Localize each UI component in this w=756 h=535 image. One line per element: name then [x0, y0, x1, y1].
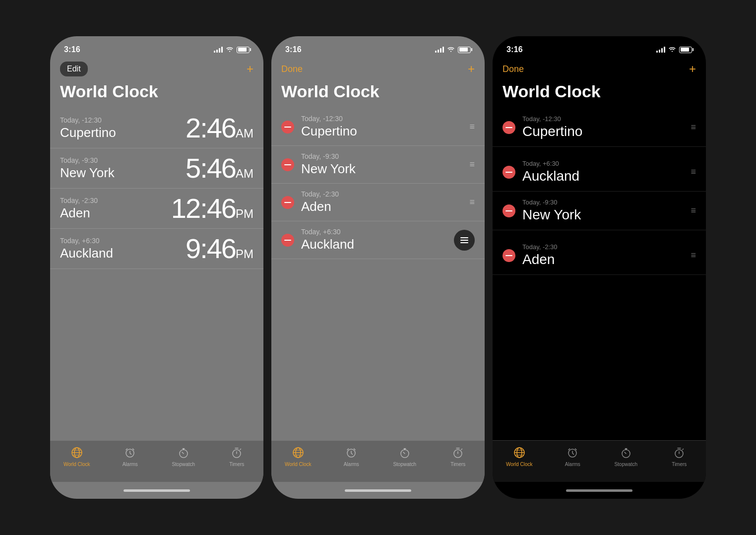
timer-icon-1 — [230, 446, 244, 460]
status-bar-3: 3:16 — [493, 36, 706, 58]
phone-2: 3:16 Done + World Clock — [271, 36, 485, 499]
tab-label-world-clock-2: World Clock — [285, 462, 312, 467]
reorder-cupertino-3[interactable]: ≡ — [691, 122, 696, 133]
delete-aden-3[interactable] — [503, 249, 515, 262]
alarm-icon-1 — [123, 446, 137, 460]
delete-auckland-3[interactable] — [503, 166, 515, 179]
status-bar-2: 3:16 — [271, 36, 485, 58]
clock-item-auckland-1: Today, +6:30 Auckland 9:46PM — [50, 229, 263, 269]
status-time-3: 3:16 — [506, 45, 523, 54]
globe-icon-1 — [70, 446, 84, 460]
tab-stopwatch-1[interactable]: Stopwatch — [157, 446, 210, 467]
edit-button-1[interactable]: Edit — [60, 62, 88, 76]
tab-timers-1[interactable]: Timers — [210, 446, 264, 467]
city-auckland-3: Auckland — [522, 168, 685, 184]
timer-icon-3 — [672, 446, 686, 460]
tab-world-clock-3[interactable]: World Clock — [493, 446, 546, 467]
tab-label-alarms-1: Alarms — [123, 462, 138, 467]
status-time-2: 3:16 — [285, 45, 302, 54]
battery-icon-3 — [679, 47, 692, 53]
tab-stopwatch-2[interactable]: Stopwatch — [378, 446, 432, 467]
tab-label-alarms-3: Alarms — [565, 462, 580, 467]
reorder-newyork-3[interactable]: ≡ — [691, 205, 696, 216]
clock-item-newyork-2: Today, -9:30 New York ≡ — [271, 146, 485, 184]
tab-timers-3[interactable]: Timers — [653, 446, 706, 467]
header-3: Done + — [493, 58, 706, 80]
add-button-1[interactable]: + — [247, 62, 253, 76]
status-icons-1 — [214, 46, 250, 54]
status-bar-1: 3:16 — [50, 36, 263, 58]
delete-newyork-2[interactable] — [281, 158, 294, 171]
tab-bar-3: World Clock Alarms — [493, 440, 706, 482]
tab-stopwatch-3[interactable]: Stopwatch — [599, 446, 653, 467]
add-button-3[interactable]: + — [689, 62, 696, 76]
tab-alarms-1[interactable]: Alarms — [104, 446, 157, 467]
clock-item-auckland-3: Today, +6:30 Auckland ≡ — [493, 153, 706, 192]
drag-handle-auckland-2[interactable] — [454, 230, 475, 251]
city-aden-3: Aden — [522, 252, 685, 268]
spacer-1 — [493, 147, 706, 153]
tab-alarms-2[interactable]: Alarms — [325, 446, 378, 467]
signal-icon-3 — [656, 47, 665, 53]
clock-item-newyork-1: Today, -9:30 New York 5:46AM — [50, 148, 263, 189]
wifi-icon-2 — [447, 46, 455, 54]
home-indicator-2 — [271, 482, 485, 499]
clock-item-cupertino-2: Today, -12:30 Cupertino ≡ — [271, 108, 485, 146]
reorder-aden-2[interactable]: ≡ — [469, 197, 475, 207]
tab-label-timers-3: Timers — [672, 462, 687, 467]
delete-newyork-3[interactable] — [503, 204, 515, 217]
phone-3: 3:16 Done + World Clock — [493, 36, 706, 499]
status-icons-3 — [656, 46, 692, 54]
delete-cupertino-2[interactable] — [281, 121, 294, 134]
spacer-2 — [493, 230, 706, 236]
clock-item-cupertino-1: Today, -12:30 Cupertino 2:46AM — [50, 108, 263, 148]
reorder-auckland-3[interactable]: ≡ — [691, 167, 696, 177]
delete-cupertino-3[interactable] — [503, 121, 515, 134]
stopwatch-icon-3 — [619, 446, 633, 460]
wifi-icon-1 — [226, 46, 234, 54]
clock-item-aden-1: Today, -2:30 Aden 12:46PM — [50, 189, 263, 229]
tab-timers-2[interactable]: Timers — [432, 446, 485, 467]
tab-world-clock-1[interactable]: World Clock — [50, 446, 104, 467]
page-title-1: World Clock — [50, 80, 263, 108]
globe-icon-2 — [291, 446, 305, 460]
signal-icon-1 — [214, 47, 223, 53]
tab-label-alarms-2: Alarms — [344, 462, 359, 467]
reorder-aden-3[interactable]: ≡ — [691, 250, 696, 261]
tab-label-stopwatch-1: Stopwatch — [172, 462, 195, 467]
header-2: Done + — [271, 58, 485, 80]
home-indicator-3 — [493, 482, 706, 499]
page-title-2: World Clock — [271, 80, 485, 108]
reorder-newyork-2[interactable]: ≡ — [469, 159, 475, 170]
timer-icon-2 — [451, 446, 465, 460]
tab-label-world-clock-1: World Clock — [63, 462, 90, 467]
clock-item-newyork-3: Today, -9:30 New York ≡ — [493, 192, 706, 230]
status-icons-2 — [435, 46, 471, 54]
tab-alarms-3[interactable]: Alarms — [546, 446, 600, 467]
clock-list-2: Today, -12:30 Cupertino ≡ Today, -9:30 N… — [271, 108, 485, 440]
delete-auckland-2[interactable] — [281, 234, 294, 247]
clock-list-1: Today, -12:30 Cupertino 2:46AM Today, -9… — [50, 108, 263, 440]
status-time-1: 3:16 — [64, 45, 80, 54]
clock-list-3: Today, -12:30 Cupertino ≡ Today, +6:30 A… — [493, 108, 706, 440]
alarm-icon-2 — [344, 446, 358, 460]
battery-icon-1 — [237, 47, 250, 53]
clock-item-cupertino-3: Today, -12:30 Cupertino ≡ — [493, 108, 706, 147]
tab-label-timers-2: Timers — [450, 462, 465, 467]
tab-label-world-clock-3: World Clock — [506, 462, 533, 467]
header-1: Edit + — [50, 58, 263, 80]
stopwatch-icon-2 — [398, 446, 412, 460]
clock-item-aden-3: Today, -2:30 Aden ≡ — [493, 236, 706, 275]
delete-aden-2[interactable] — [281, 196, 294, 209]
done-button-2[interactable]: Done — [281, 64, 303, 74]
done-button-3[interactable]: Done — [503, 64, 524, 74]
add-button-2[interactable]: + — [468, 62, 475, 76]
tab-world-clock-2[interactable]: World Clock — [271, 446, 325, 467]
clock-item-auckland-2: Today, +6:30 Auckland — [271, 221, 485, 259]
reorder-cupertino-2[interactable]: ≡ — [469, 122, 475, 132]
city-newyork-3: New York — [522, 207, 685, 223]
tab-bar-2: World Clock Alarms — [271, 440, 485, 482]
home-indicator-1 — [50, 482, 263, 499]
battery-icon-2 — [458, 47, 471, 53]
stopwatch-icon-1 — [177, 446, 190, 460]
